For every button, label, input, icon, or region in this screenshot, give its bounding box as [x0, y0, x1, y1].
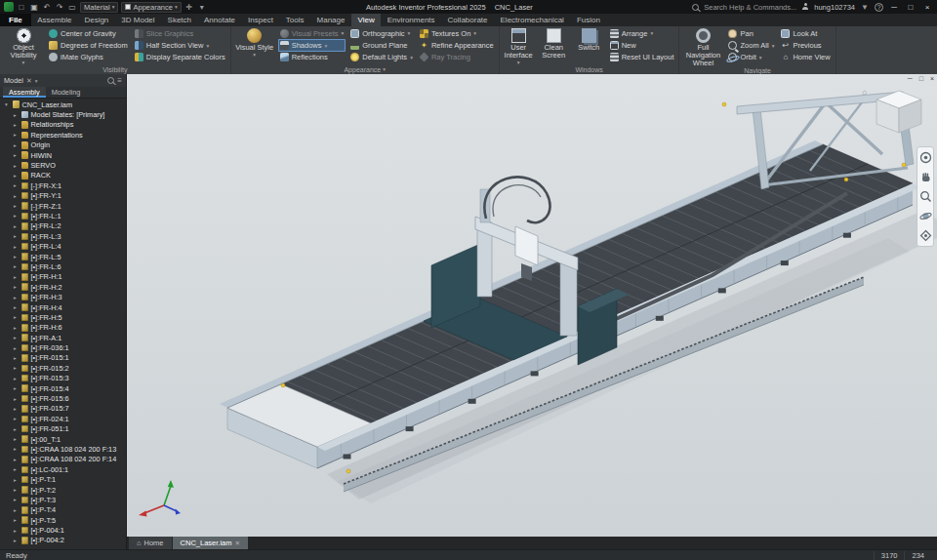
chevron-down-icon[interactable]: ▾: [35, 78, 38, 84]
tab-home[interactable]: ⌂ Home: [129, 537, 172, 549]
search-help-field[interactable]: Search Help & Commands...: [704, 3, 796, 12]
pan-button[interactable]: Pan: [726, 27, 776, 39]
tab-inspect[interactable]: Inspect: [242, 14, 280, 26]
tab-3d-model[interactable]: 3D Model: [115, 14, 161, 26]
expander-icon[interactable]: ▸: [12, 426, 19, 432]
shadows-button[interactable]: Shadows ▾: [278, 39, 346, 51]
tree-item[interactable]: ▸[-]:FR-X:1: [0, 180, 126, 190]
tree-item[interactable]: ▸[•]:FR-036:1: [0, 342, 126, 352]
expander-icon[interactable]: ▸: [12, 284, 19, 290]
tab-view[interactable]: View: [351, 14, 381, 26]
close-icon[interactable]: ×: [921, 3, 933, 12]
expander-icon[interactable]: ▸: [12, 325, 19, 331]
maximize-icon[interactable]: □: [905, 3, 917, 12]
tab-electromechanical[interactable]: Electromechanical: [494, 14, 570, 26]
tree-item[interactable]: ▸[•]:FR-Y:1: [0, 191, 126, 201]
tab-collaborate[interactable]: Collaborate: [441, 14, 494, 26]
close-pane-icon[interactable]: ✕: [26, 77, 32, 85]
tree-item[interactable]: ▸[•]:FR-A:1: [0, 333, 126, 342]
tab-manage[interactable]: Manage: [310, 14, 351, 26]
tree-item[interactable]: ▸[•]:FR-L:2: [0, 221, 126, 231]
tab-file[interactable]: File: [0, 14, 31, 26]
expander-icon[interactable]: ▸: [12, 152, 19, 158]
default-lights-button[interactable]: Default Lights ▾: [348, 52, 415, 63]
expander-icon[interactable]: ▸: [12, 263, 19, 269]
graphics-viewport[interactable]: ─ □ × ⌂: [127, 74, 937, 537]
user-avatar-icon[interactable]: [801, 3, 809, 11]
tree-item[interactable]: ▸Relationships: [0, 120, 126, 130]
notification-bell-icon[interactable]: ▼: [860, 2, 870, 13]
previous-view-button[interactable]: ↩ Previous: [779, 39, 832, 51]
orbit-button[interactable]: Orbit ▾: [726, 52, 776, 63]
user-name[interactable]: hung102734: [814, 3, 855, 12]
tree-item[interactable]: ▸[•]:FR-H:2: [0, 282, 126, 292]
tree-item[interactable]: ▾CNC_Laser.iam: [0, 100, 126, 109]
tree-item[interactable]: ▸[•]:FR-L:3: [0, 231, 126, 241]
slice-graphics-button[interactable]: Slice Graphics: [133, 27, 227, 39]
expander-icon[interactable]: ▸: [12, 122, 19, 128]
tree-item[interactable]: ▸[•]:FR-015:1: [0, 353, 126, 363]
appearance-dropdown[interactable]: Appearance ▾: [121, 2, 181, 13]
expander-icon[interactable]: ▸: [12, 446, 19, 452]
expander-icon[interactable]: ▸: [12, 436, 19, 442]
tree-item[interactable]: ▸[•]:FR-L:1: [0, 211, 126, 220]
undo-icon[interactable]: ↶: [42, 2, 52, 13]
expander-icon[interactable]: ▸: [12, 112, 19, 118]
look-at-icon[interactable]: [919, 229, 932, 242]
tree-item[interactable]: ▸[•]:FR-L:6: [0, 261, 126, 271]
tree-item[interactable]: ▸Model States: [Primary]: [0, 109, 126, 119]
tab-modeling[interactable]: Modeling: [46, 87, 87, 98]
expander-icon[interactable]: ▸: [12, 173, 19, 179]
switch-windows-button[interactable]: Switch: [573, 27, 605, 52]
orthographic-button[interactable]: Orthographic ▾: [348, 27, 415, 39]
tree-item[interactable]: ▸[•]:FR-015:6: [0, 393, 126, 403]
expander-icon[interactable]: ▸: [12, 132, 19, 138]
tab-assembly[interactable]: Assembly: [3, 87, 46, 98]
save-icon[interactable]: ▣: [29, 2, 39, 13]
textures-on-button[interactable]: Textures On ▾: [418, 27, 496, 39]
tab-assemble[interactable]: Assemble: [31, 14, 78, 26]
expander-icon[interactable]: ▸: [12, 304, 19, 310]
expander-icon[interactable]: ▸: [12, 213, 19, 219]
refine-appearance-button[interactable]: ✦ Refine Appearance: [418, 39, 496, 51]
expander-icon[interactable]: ▸: [12, 314, 19, 320]
expander-icon[interactable]: ▸: [12, 163, 19, 169]
material-dropdown[interactable]: Material ▾: [80, 2, 118, 13]
user-interface-button[interactable]: User Interface ▾: [503, 27, 535, 66]
tab-design[interactable]: Design: [78, 14, 115, 26]
full-navigation-wheel-icon[interactable]: [919, 151, 932, 164]
browser-search-icon[interactable]: [107, 77, 114, 84]
expander-icon[interactable]: ▸: [12, 345, 19, 351]
view-cube[interactable]: [871, 86, 927, 137]
expander-icon[interactable]: ▸: [12, 528, 19, 534]
expander-icon[interactable]: ▸: [12, 385, 19, 391]
tree-item[interactable]: ▸[•]:FR-015:3: [0, 374, 126, 383]
help-icon[interactable]: ?: [875, 3, 883, 12]
tree-item[interactable]: ▸[•]:P-T:2: [0, 485, 126, 495]
look-at-button[interactable]: Look At: [779, 27, 832, 39]
tree-item[interactable]: ▸[•]:CRAA 108 024 200 F:14: [0, 455, 126, 464]
expander-icon[interactable]: ▸: [12, 254, 19, 260]
tree-item[interactable]: ▸[•]:FR-015:2: [0, 363, 126, 373]
tree-item[interactable]: ▸[•]:P-T:4: [0, 505, 126, 515]
visual-style-button[interactable]: Visual Style ▾: [234, 27, 275, 59]
expander-icon[interactable]: ▸: [12, 477, 19, 483]
expander-icon[interactable]: ▸: [12, 538, 19, 543]
minimize-icon[interactable]: ─: [888, 3, 900, 12]
expander-icon[interactable]: ▸: [12, 416, 19, 421]
inventor-logo-icon[interactable]: [4, 2, 14, 12]
tree-item[interactable]: ▸[•]:FR-015:4: [0, 383, 126, 393]
full-navigation-wheel-button[interactable]: Full Navigation Wheel: [682, 27, 723, 67]
expander-icon[interactable]: ▸: [12, 457, 19, 462]
tab-sketch[interactable]: Sketch: [161, 14, 197, 26]
reflections-button[interactable]: Reflections: [278, 52, 346, 63]
new-document-icon[interactable]: □: [17, 2, 26, 13]
expander-icon[interactable]: ▸: [12, 233, 19, 239]
expander-icon[interactable]: ▸: [12, 182, 19, 188]
tree-item[interactable]: ▸[•]:FR-024:1: [0, 414, 126, 423]
expander-icon[interactable]: ▸: [12, 355, 19, 361]
new-window-button[interactable]: New: [608, 39, 676, 51]
clean-screen-button[interactable]: Clean Screen: [538, 27, 570, 60]
ground-plane-button[interactable]: Ground Plane: [348, 39, 415, 51]
expander-icon[interactable]: ▸: [12, 497, 19, 502]
